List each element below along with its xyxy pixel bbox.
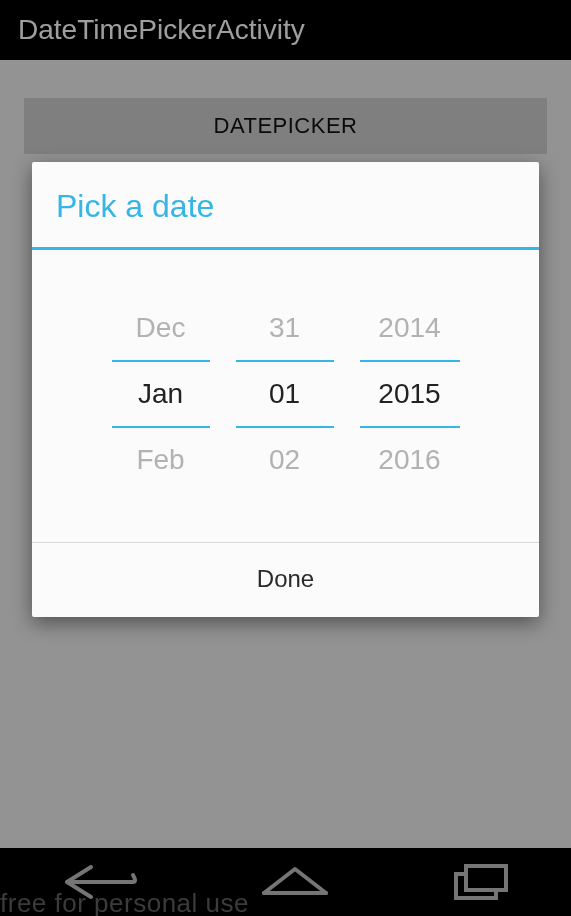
month-spinner[interactable]: Dec Jan Feb: [112, 306, 210, 482]
year-next[interactable]: 2016: [360, 438, 460, 482]
date-picker-spinners: Dec Jan Feb 31 01 02 2014 2015 2016: [32, 250, 539, 542]
year-spinner[interactable]: 2014 2015 2016: [360, 306, 460, 482]
dialog-title: Pick a date: [32, 162, 539, 247]
day-spinner[interactable]: 31 01 02: [236, 306, 334, 482]
spinner-divider: [236, 426, 334, 428]
spinner-divider: [112, 360, 210, 362]
done-button[interactable]: Done: [32, 543, 539, 617]
year-prev[interactable]: 2014: [360, 306, 460, 350]
day-prev[interactable]: 31: [236, 306, 334, 350]
spinner-divider: [112, 426, 210, 428]
day-current[interactable]: 01: [236, 372, 334, 416]
year-current[interactable]: 2015: [360, 372, 460, 416]
spinner-divider: [360, 360, 460, 362]
spinner-divider: [236, 360, 334, 362]
month-current[interactable]: Jan: [112, 372, 210, 416]
spinner-divider: [360, 426, 460, 428]
date-picker-dialog: Pick a date Dec Jan Feb 31 01 02 2014 20…: [32, 162, 539, 617]
month-next[interactable]: Feb: [112, 438, 210, 482]
month-prev[interactable]: Dec: [112, 306, 210, 350]
day-next[interactable]: 02: [236, 438, 334, 482]
